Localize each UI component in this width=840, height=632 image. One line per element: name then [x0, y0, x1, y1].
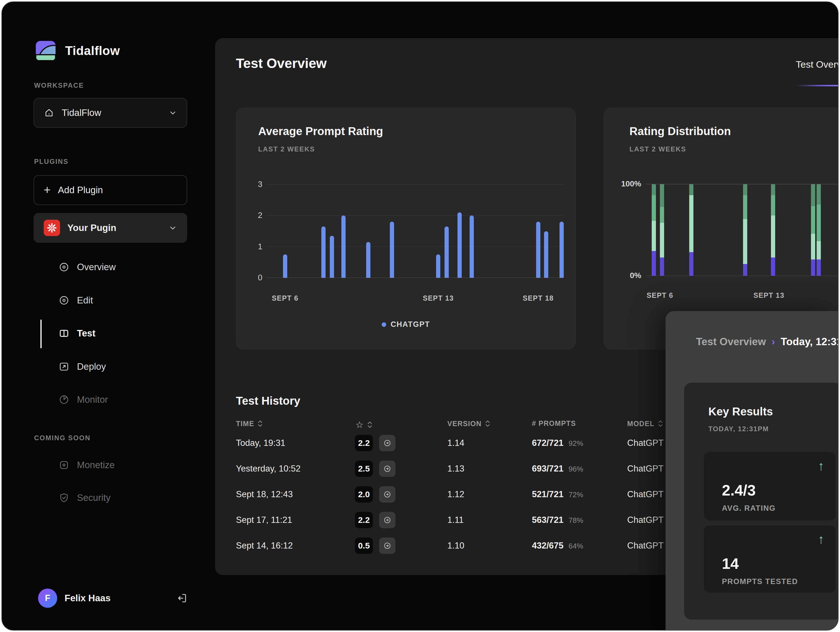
breadcrumb-current: Today, 12:31PM — [781, 336, 839, 348]
sidebar-item-edit[interactable]: Edit — [33, 291, 187, 310]
cell-prompts: 521/72172% — [532, 489, 583, 499]
your-plugin-selector[interactable]: Your Pugin — [33, 213, 187, 243]
chart-bar — [436, 254, 440, 278]
star-icon: ☆ — [355, 419, 364, 430]
y-axis-tick: 0% — [614, 271, 641, 280]
open-run-icon — [384, 542, 391, 550]
cell-time: Sept 18, 12:43 — [236, 489, 293, 499]
sidebar-item-label: Overview — [77, 262, 116, 272]
sidebar-item-monetize: Monetize — [33, 456, 187, 474]
chart-bar — [321, 227, 325, 278]
chart-bar — [544, 231, 548, 278]
test-run-modal: Test Overview › Today, 12:31PM Key Resul… — [666, 311, 838, 630]
open-run-icon — [384, 465, 391, 473]
card-subtitle: LAST 2 WEEKS — [630, 145, 686, 153]
rating-badge: 2.5 — [355, 461, 373, 477]
bar-segment — [660, 184, 664, 207]
app-window: Tidalflow WORKSPACE TidalFlow PLUGINS + … — [2, 2, 838, 630]
sort-icon — [367, 420, 373, 429]
add-plugin-button[interactable]: + Add Plugin — [33, 175, 187, 205]
sidebar-item-deploy[interactable]: Deploy — [33, 357, 187, 376]
sidebar-item-label: Monitor — [77, 394, 108, 405]
chevron-down-icon — [169, 223, 177, 232]
bar-segment — [811, 206, 815, 234]
x-axis-tick: SEPT 13 — [747, 291, 791, 299]
chart-bar — [559, 222, 564, 278]
key-results-card: Key Results TODAY, 12:31PM ↑ 2.4/3 AVG. … — [684, 383, 838, 619]
cell-prompts: 672/72192% — [532, 438, 583, 448]
bar-segment — [689, 184, 693, 195]
column-time[interactable]: TIME — [236, 419, 263, 428]
bar-segment — [660, 207, 664, 223]
tab-test-overview[interactable]: Test Overview — [796, 59, 838, 70]
cell-model: ChatGPT — [627, 438, 663, 448]
bar-segment — [816, 241, 821, 260]
bar-segment — [689, 252, 693, 276]
sort-icon — [657, 419, 663, 428]
logout-icon[interactable] — [176, 592, 188, 604]
chart-bar — [458, 212, 462, 278]
open-run-button[interactable] — [379, 512, 395, 528]
breadcrumb-parent[interactable]: Test Overview — [696, 336, 766, 348]
user-row: F Felix Haas — [38, 589, 188, 608]
cell-time: Sept 17, 11:21 — [236, 515, 292, 525]
home-icon — [44, 108, 54, 118]
stat-label: AVG. RATING — [722, 504, 776, 513]
average-prompt-rating-card: Average Prompt Rating LAST 2 WEEKS 0123S… — [236, 108, 576, 349]
column-model[interactable]: MODEL — [627, 419, 663, 428]
cell-version: 1.14 — [447, 438, 464, 448]
bar-segment — [811, 234, 815, 260]
bar-segment — [652, 221, 656, 251]
cell-model: ChatGPT — [627, 464, 663, 474]
chart-bar — [390, 222, 394, 278]
test-history-rows: Today, 19:312.21.14672/72192%ChatGPTYest… — [236, 430, 659, 558]
card-title: Rating Distribution — [630, 125, 731, 138]
open-run-button[interactable] — [379, 486, 395, 502]
brand-name: Tidalflow — [65, 44, 120, 58]
column-version[interactable]: VERSION — [447, 419, 491, 428]
key-results-subtitle: TODAY, 12:31PM — [708, 425, 769, 433]
sidebar-item-test[interactable]: Test — [33, 324, 187, 343]
cell-model: ChatGPT — [627, 489, 663, 499]
shield-check-icon — [58, 492, 69, 504]
sort-icon — [257, 419, 263, 428]
sidebar-item-overview[interactable]: Overview — [33, 258, 187, 276]
open-run-button[interactable] — [379, 537, 395, 554]
bar-segment — [743, 184, 747, 195]
plugin-logo-icon — [44, 220, 60, 236]
app-root: Tidalflow WORKSPACE TidalFlow PLUGINS + … — [0, 0, 840, 632]
bar-segment — [771, 184, 775, 195]
bar-segment — [816, 260, 821, 276]
x-axis-tick: SEPT 6 — [637, 291, 682, 299]
y-axis-tick: 0 — [251, 273, 262, 282]
gridline — [266, 247, 563, 247]
gridline — [646, 276, 838, 276]
stacked-chart-bar — [652, 184, 656, 276]
chart-bar — [445, 227, 449, 278]
cell-version: 1.10 — [447, 541, 464, 551]
column-rating[interactable]: ☆ — [355, 419, 373, 430]
bar-segment — [811, 260, 815, 276]
plus-icon: + — [44, 184, 51, 196]
bar-segment — [743, 264, 747, 276]
workspace-selector[interactable]: TidalFlow — [33, 98, 187, 128]
cell-model: ChatGPT — [627, 515, 663, 525]
user-name: Felix Haas — [65, 593, 111, 603]
stat-value: 14 — [722, 555, 739, 572]
bar-segment — [652, 195, 656, 221]
bar-segment — [660, 223, 664, 258]
stat-avg-rating: ↑ 2.4/3 AVG. RATING — [704, 452, 835, 520]
open-run-button[interactable] — [379, 461, 395, 477]
workspace-section-label: WORKSPACE — [34, 81, 84, 89]
gridline — [266, 184, 563, 185]
stacked-chart-bar — [816, 184, 821, 276]
cell-prompts: 693/72196% — [532, 464, 583, 474]
bar-segment — [652, 251, 656, 276]
stat-label: PROMPTS TESTED — [722, 577, 798, 586]
sidebar-item-label: Monetize — [77, 460, 115, 470]
table-header: TIME ☆ VERSION # PROMPTS MODEL — [236, 419, 659, 431]
open-run-button[interactable] — [379, 435, 395, 451]
sidebar-item-monitor: Monitor — [33, 390, 187, 409]
column-prompts: # PROMPTS — [532, 419, 576, 428]
trend-up-icon: ↑ — [818, 458, 824, 474]
